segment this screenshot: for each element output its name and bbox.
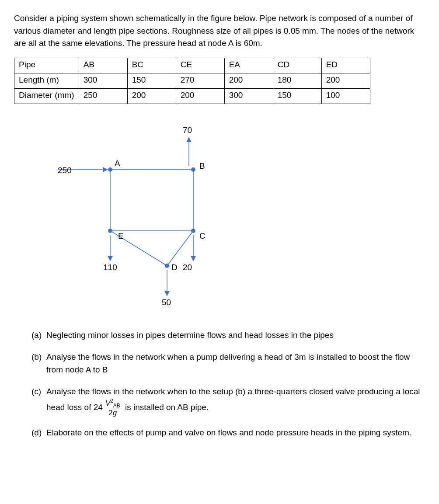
network-diagram: A B E C D 250 70 110 20 50 xyxy=(40,117,425,312)
question-a: (a) Neglecting minor losses in pipes det… xyxy=(31,329,425,342)
row-label: Diameter (mm) xyxy=(14,88,79,104)
table-cell: 200 xyxy=(321,73,370,88)
problem-intro: Consider a piping system shown schematic… xyxy=(14,12,425,50)
table-cell: 100 xyxy=(321,88,370,104)
svg-text:B: B xyxy=(199,161,205,170)
table-cell: CE xyxy=(176,58,224,73)
table-cell: BC xyxy=(127,58,176,73)
question-text: Analyse the flows in the network when to… xyxy=(46,386,425,417)
table-cell: 150 xyxy=(273,88,321,104)
table-row: Diameter (mm) 250 200 200 300 150 100 xyxy=(14,88,370,104)
svg-point-11 xyxy=(108,167,112,172)
table-row: Length (m) 300 150 270 200 180 200 xyxy=(14,73,370,88)
table-cell: 150 xyxy=(127,73,176,88)
pipe-data-table: Pipe AB BC CE EA CD ED Length (m) 300 15… xyxy=(14,58,370,104)
table-cell: 200 xyxy=(127,88,176,104)
table-cell: ED xyxy=(321,58,370,73)
svg-text:A: A xyxy=(115,159,120,168)
table-cell: 180 xyxy=(273,73,321,88)
row-label: Pipe xyxy=(14,58,79,73)
fraction: V2AB 2g xyxy=(105,398,121,417)
table-cell: 270 xyxy=(176,73,224,88)
question-marker: (a) xyxy=(31,329,46,342)
question-text: Neglecting minor losses in pipes determi… xyxy=(46,329,425,342)
table-cell: 300 xyxy=(79,73,127,88)
svg-text:50: 50 xyxy=(162,298,171,307)
table-cell: 200 xyxy=(176,88,224,104)
question-text: Elaborate on the effects of pump and val… xyxy=(46,427,425,439)
table-cell: CD xyxy=(273,58,321,73)
svg-point-15 xyxy=(165,264,169,268)
svg-text:D: D xyxy=(171,263,178,272)
svg-text:70: 70 xyxy=(183,125,192,135)
table-cell: AB xyxy=(79,58,127,73)
svg-point-12 xyxy=(191,167,195,172)
svg-text:110: 110 xyxy=(103,263,117,272)
svg-point-14 xyxy=(191,229,195,233)
svg-text:250: 250 xyxy=(58,166,72,175)
question-d: (d) Elaborate on the effects of pump and… xyxy=(31,427,425,439)
question-c: (c) Analyse the flows in the network whe… xyxy=(31,386,425,417)
table-cell: 300 xyxy=(224,88,273,104)
question-marker: (c) xyxy=(31,386,46,417)
svg-point-13 xyxy=(108,229,112,233)
table-cell: 250 xyxy=(79,88,127,104)
table-cell: EA xyxy=(224,58,273,73)
question-marker: (d) xyxy=(31,427,46,439)
svg-text:E: E xyxy=(118,231,124,240)
question-text: Analyse the flows in the network when a … xyxy=(46,351,425,376)
questions-list: (a) Neglecting minor losses in pipes det… xyxy=(31,329,425,439)
table-cell: 200 xyxy=(224,73,273,88)
question-b: (b) Analyse the flows in the network whe… xyxy=(31,351,425,376)
row-label: Length (m) xyxy=(14,73,79,88)
svg-line-5 xyxy=(167,231,193,266)
question-marker: (b) xyxy=(31,351,46,376)
svg-text:C: C xyxy=(199,231,206,240)
svg-text:20: 20 xyxy=(183,263,192,272)
table-row: Pipe AB BC CE EA CD ED xyxy=(14,58,370,73)
